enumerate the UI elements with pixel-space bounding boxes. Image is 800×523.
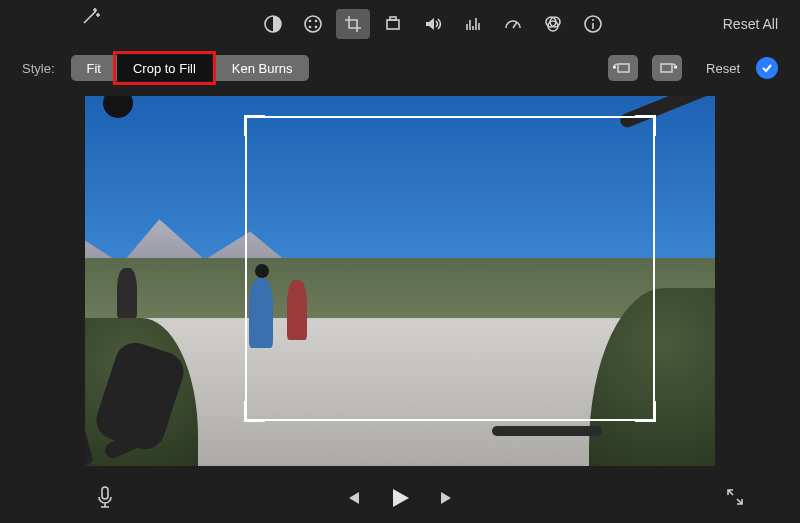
svg-point-2 <box>309 20 312 23</box>
video-frame[interactable] <box>85 96 715 466</box>
style-option-ken-burns[interactable]: Ken Burns <box>216 55 309 81</box>
svg-rect-7 <box>390 17 396 20</box>
speed-icon[interactable] <box>496 9 530 39</box>
apply-button[interactable] <box>756 57 778 79</box>
svg-point-3 <box>315 20 318 23</box>
rotate-ccw-button[interactable] <box>608 55 638 81</box>
style-label: Style: <box>22 61 55 76</box>
video-preview <box>45 96 755 466</box>
svg-rect-6 <box>387 20 399 29</box>
playback-controls <box>0 473 800 523</box>
svg-point-12 <box>592 19 594 21</box>
style-option-fit[interactable]: Fit <box>71 55 117 81</box>
stabilize-icon[interactable] <box>376 9 410 39</box>
svg-point-4 <box>309 26 312 29</box>
crop-icon[interactable] <box>336 9 370 39</box>
fullscreen-icon[interactable] <box>725 487 745 507</box>
style-option-crop-to-fill[interactable]: Crop to Fill <box>117 55 212 81</box>
reset-crop-button[interactable]: Reset <box>706 61 740 76</box>
play-button[interactable] <box>387 485 413 511</box>
top-toolbar: Reset All <box>0 0 800 48</box>
svg-point-1 <box>305 16 321 32</box>
tutorial-highlight: Crop to Fill <box>113 51 216 85</box>
magic-wand-icon[interactable] <box>80 5 102 27</box>
crop-style-row: Style: Fit Crop to Fill Ken Burns Reset <box>0 48 800 88</box>
next-frame-button[interactable] <box>439 489 457 507</box>
reset-all-button[interactable]: Reset All <box>723 16 778 32</box>
volume-icon[interactable] <box>416 9 450 39</box>
previous-frame-button[interactable] <box>343 489 361 507</box>
info-icon[interactable] <box>576 9 610 39</box>
color-filter-icon[interactable] <box>536 9 570 39</box>
svg-point-5 <box>315 26 318 29</box>
svg-rect-14 <box>661 64 672 72</box>
svg-rect-13 <box>618 64 629 72</box>
color-balance-icon[interactable] <box>256 9 290 39</box>
color-palette-icon[interactable] <box>296 9 330 39</box>
equalizer-icon[interactable] <box>456 9 490 39</box>
style-segmented-control: Fit Crop to Fill Ken Burns <box>71 55 309 81</box>
rotate-cw-button[interactable] <box>652 55 682 81</box>
